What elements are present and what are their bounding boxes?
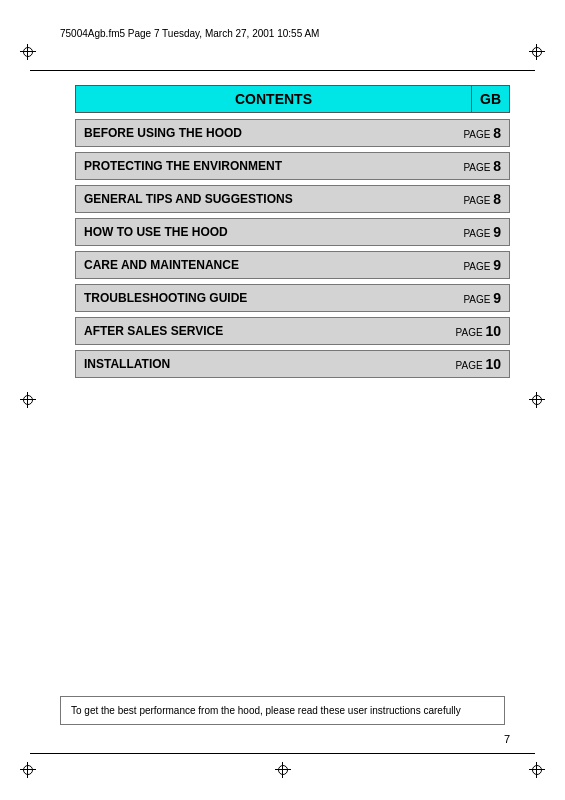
content-area: CONTENTS GB BEFORE USING THE HOODPAGE 8P… [75, 85, 510, 383]
toc-label-5: TROUBLESHOOTING GUIDE [76, 286, 439, 310]
toc-page-num-6: 10 [485, 323, 501, 339]
toc-page-num-0: 8 [493, 125, 501, 141]
toc-page-num-1: 8 [493, 158, 501, 174]
crosshair-left-middle [20, 392, 36, 408]
toc-row-5: TROUBLESHOOTING GUIDEPAGE 9 [75, 284, 510, 312]
crosshair-top-left [20, 44, 36, 60]
toc-page-word-1: PAGE [463, 162, 493, 173]
toc-page-0: PAGE 8 [439, 120, 509, 146]
toc-row-4: CARE AND MAINTENANCEPAGE 9 [75, 251, 510, 279]
toc-page-num-7: 10 [485, 356, 501, 372]
contents-gb-label: GB [471, 85, 510, 113]
toc-page-word-2: PAGE [463, 195, 493, 206]
toc-page-word-0: PAGE [463, 129, 493, 140]
toc-table: BEFORE USING THE HOODPAGE 8PROTECTING TH… [75, 119, 510, 378]
toc-page-num-5: 9 [493, 290, 501, 306]
file-info: 75004Agb.fm5 Page 7 Tuesday, March 27, 2… [60, 28, 319, 39]
header-bar: 75004Agb.fm5 Page 7 Tuesday, March 27, 2… [60, 28, 535, 39]
toc-page-num-2: 8 [493, 191, 501, 207]
top-border-line [30, 70, 535, 71]
toc-page-1: PAGE 8 [439, 153, 509, 179]
toc-page-2: PAGE 8 [439, 186, 509, 212]
toc-label-0: BEFORE USING THE HOOD [76, 121, 439, 145]
crosshair-top-right [529, 44, 545, 60]
toc-label-2: GENERAL TIPS AND SUGGESTIONS [76, 187, 439, 211]
crosshair-bottom-right [529, 762, 545, 778]
footer-note-text: To get the best performance from the hoo… [71, 705, 461, 716]
contents-header: CONTENTS GB [75, 85, 510, 113]
toc-page-5: PAGE 9 [439, 285, 509, 311]
toc-page-word-3: PAGE [463, 228, 493, 239]
toc-label-4: CARE AND MAINTENANCE [76, 253, 439, 277]
toc-row-6: AFTER SALES SERVICEPAGE 10 [75, 317, 510, 345]
toc-page-word-4: PAGE [463, 261, 493, 272]
toc-row-7: INSTALLATIONPAGE 10 [75, 350, 510, 378]
toc-page-3: PAGE 9 [439, 219, 509, 245]
contents-title: CONTENTS [75, 85, 471, 113]
crosshair-bottom-left [20, 762, 36, 778]
toc-page-num-3: 9 [493, 224, 501, 240]
footer-note: To get the best performance from the hoo… [60, 696, 505, 725]
toc-page-7: PAGE 10 [439, 351, 509, 377]
toc-page-6: PAGE 10 [439, 318, 509, 344]
toc-label-3: HOW TO USE THE HOOD [76, 220, 439, 244]
toc-page-word-5: PAGE [463, 294, 493, 305]
toc-row-3: HOW TO USE THE HOODPAGE 9 [75, 218, 510, 246]
crosshair-bottom-center [275, 762, 291, 778]
toc-page-word-7: PAGE [456, 360, 486, 371]
bottom-border-line [30, 753, 535, 754]
toc-row-1: PROTECTING THE ENVIRONMENTPAGE 8 [75, 152, 510, 180]
toc-page-num-4: 9 [493, 257, 501, 273]
toc-page-4: PAGE 9 [439, 252, 509, 278]
toc-page-word-6: PAGE [456, 327, 486, 338]
toc-row-0: BEFORE USING THE HOODPAGE 8 [75, 119, 510, 147]
page-number: 7 [504, 733, 510, 745]
page: 75004Agb.fm5 Page 7 Tuesday, March 27, 2… [0, 0, 565, 800]
toc-row-2: GENERAL TIPS AND SUGGESTIONSPAGE 8 [75, 185, 510, 213]
toc-label-6: AFTER SALES SERVICE [76, 319, 439, 343]
crosshair-right-middle [529, 392, 545, 408]
toc-label-7: INSTALLATION [76, 352, 439, 376]
toc-label-1: PROTECTING THE ENVIRONMENT [76, 154, 439, 178]
